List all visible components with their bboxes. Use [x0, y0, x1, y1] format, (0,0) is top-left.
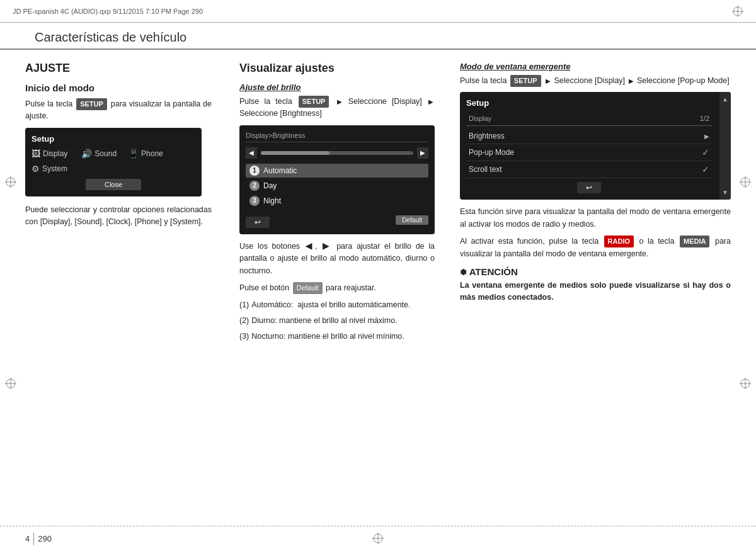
back-btn: ↩ — [246, 217, 270, 228]
scroll-up-arrow-icon: ▲ — [722, 96, 728, 103]
header-bar: JD PE-spanish 4C (AUDIO).qxp 9/11/2015 7… — [0, 0, 756, 23]
attention-star-icon: ✽ — [460, 268, 469, 277]
brillo-body1: Pulse la tecla SETUP ▶ Seleccione [Displ… — [239, 96, 435, 120]
page-number-left: 4 — [25, 534, 30, 543]
col-left: AJUSTE Inicio del modo Pulse la tecla SE… — [25, 62, 227, 526]
scroll-down-arrow-icon: ▼ — [722, 189, 728, 196]
page-separator — [33, 533, 34, 545]
page-number-right: 290 — [38, 534, 52, 543]
phone-icon: 📱 — [128, 149, 139, 159]
popup-header-page: 1/2 — [700, 115, 709, 122]
option-night-label: Night — [263, 196, 281, 205]
popup-header-label: Display — [469, 115, 491, 122]
menu-item-display-label: Display — [43, 149, 67, 158]
menu-item-sound-label: Sound — [94, 149, 117, 158]
arrow-right-r1: ▶ — [546, 76, 551, 86]
back-icon: ↩ — [246, 217, 270, 228]
menu-item-phone-label: Phone — [141, 149, 163, 158]
setup-btn-right: SETUP — [510, 75, 541, 87]
popup-scrollbar: ▲ ▼ — [719, 92, 731, 200]
default-tag: Default — [396, 215, 428, 225]
num-circle-1: 1 — [249, 166, 260, 176]
brillo-body4: Use los botones ◀, ▶ para ajustar el bri… — [239, 241, 435, 277]
item-1-text: Automático: ajusta el brillo automáticam… — [251, 299, 410, 311]
brightness-option-night: 3 Night — [246, 194, 428, 208]
footer: 4 290 — [0, 526, 756, 551]
option-auto-label: Automatic — [263, 166, 297, 175]
popup-back-icon: ↩ — [577, 182, 601, 193]
option-day-label: Day — [263, 181, 277, 190]
system-icon: ⚙ — [32, 164, 40, 174]
brightness-screen-header: Display>Brightness — [246, 132, 428, 142]
slider-fill — [261, 151, 329, 155]
left-margin-crosshair-bottom-icon — [5, 378, 16, 389]
left-arrow-icon: ◀ — [306, 242, 314, 251]
attention-text: La ventana emergente de medios solo pued… — [460, 280, 731, 304]
setup-button-label: SETUP — [76, 98, 107, 110]
arrow-right-2: ▶ — [428, 97, 433, 107]
header-crosshair-icon — [732, 6, 743, 17]
setup-screen-mockup: Setup 🖼 Display 🔊 Sound 📱 Phone ⚙ System — [25, 128, 202, 196]
display-icon: 🖼 — [32, 149, 40, 159]
setup-screen-title: Setup — [32, 134, 195, 144]
popup-screen-mockup: Setup Display 1/2 Brightness ▶ Pop-up Mo… — [460, 92, 731, 200]
section-title-bar: Características de vehículo — [0, 23, 756, 50]
left-margin-crosshair-top-icon — [5, 176, 16, 188]
numbered-list: (1) Automático: ajusta el brillo automát… — [239, 299, 435, 342]
brightness-screen-mockup: Display>Brightness ◀ ▶ 1 Automatic 2 Day… — [239, 125, 435, 234]
setup-menu-items: 🖼 Display 🔊 Sound 📱 Phone ⚙ System — [32, 149, 195, 174]
menu-item-display: 🖼 Display — [32, 149, 67, 159]
item-2-text: Diurno: mantiene el brillo al nivel máxi… — [251, 315, 397, 327]
scroll-check-icon: ✓ — [702, 164, 709, 174]
popup-row-header: Display 1/2 — [466, 111, 712, 126]
brillo-body6: Pulse el botón Default para reajustar. — [239, 282, 435, 294]
scroll-row-label: Scroll text — [469, 165, 502, 174]
numbered-item-1: (1) Automático: ajusta el brillo automát… — [239, 299, 435, 311]
item-3-text: Nocturno: mantiene el brillo al nivel mí… — [251, 331, 404, 343]
visualizar-heading: Visualizar ajustes — [239, 62, 435, 75]
section-title: Características de vehículo — [35, 30, 721, 45]
close-button[interactable]: Close — [86, 179, 141, 190]
popup-screen-inner: Display 1/2 Brightness ▶ Pop-up Mode ✓ S… — [466, 111, 724, 193]
popup-screen-title: Setup — [466, 98, 724, 108]
brightness-option-auto: 1 Automatic — [246, 164, 428, 178]
popup-back-btn: ↩ — [466, 182, 712, 193]
num-2: (2) — [239, 315, 249, 327]
file-info: JD PE-spanish 4C (AUDIO).qxp 9/11/2015 7… — [13, 8, 732, 15]
right-margin-crosshair-bottom-icon — [740, 378, 751, 389]
right-arrow-icon: ▶ — [323, 242, 331, 251]
brightness-row-label: Brightness — [469, 132, 505, 140]
menu-item-system-label: System — [42, 164, 67, 173]
comma-sep: , — [315, 242, 317, 251]
numbered-item-2: (2) Diurno: mantiene el brillo al nivel … — [239, 315, 435, 327]
main-content: AJUSTE Inicio del modo Pulse la tecla SE… — [0, 50, 756, 526]
brightness-slider-row: ◀ ▶ — [246, 147, 428, 159]
right-margin-crosshair-top-icon — [740, 176, 751, 188]
slider-right-btn[interactable]: ▶ — [417, 147, 428, 159]
popup-mode-heading: Modo de ventana emergente — [460, 62, 731, 71]
brightness-row-arrow: ▶ — [704, 133, 709, 140]
popupmode-check-icon: ✓ — [702, 147, 709, 157]
popup-body5: Al activar esta función, pulse la tecla … — [460, 236, 731, 260]
ajuste-brillo-heading: Ajuste del brillo — [239, 82, 435, 92]
footer-crosshair-icon — [372, 533, 384, 544]
num-1: (1) — [239, 299, 249, 311]
menu-item-sound: 🔊 Sound — [81, 149, 117, 159]
inicio-del-modo-heading: Inicio del modo — [25, 82, 212, 93]
popup-row-brightness: Brightness ▶ — [466, 128, 712, 144]
menu-item-system: ⚙ System — [32, 164, 67, 174]
slider-left-btn[interactable]: ◀ — [246, 147, 257, 159]
ajuste-body1: Pulse la tecla SETUP para visualizar la … — [25, 98, 212, 123]
slider-track — [261, 151, 413, 155]
popup-screen-wrapper: Setup Display 1/2 Brightness ▶ Pop-up Mo… — [460, 92, 731, 200]
setup-btn-center: SETUP — [299, 96, 329, 108]
attention-box: ✽ ATENCIÓN La ventana emergente de medio… — [460, 266, 731, 304]
sound-icon: 🔊 — [81, 149, 92, 159]
num-circle-2: 2 — [249, 181, 260, 191]
arrow-right-r2: ▶ — [629, 76, 634, 86]
popup-row-scroll: Scroll text ✓ — [466, 161, 712, 178]
num-circle-3: 3 — [249, 196, 260, 206]
popup-body1: Pulse la tecla SETUP ▶ Seleccione [Displ… — [460, 75, 731, 87]
col-center: Visualizar ajustes Ajuste del brillo Pul… — [227, 62, 447, 526]
popupmode-row-label: Pop-up Mode — [469, 148, 514, 157]
